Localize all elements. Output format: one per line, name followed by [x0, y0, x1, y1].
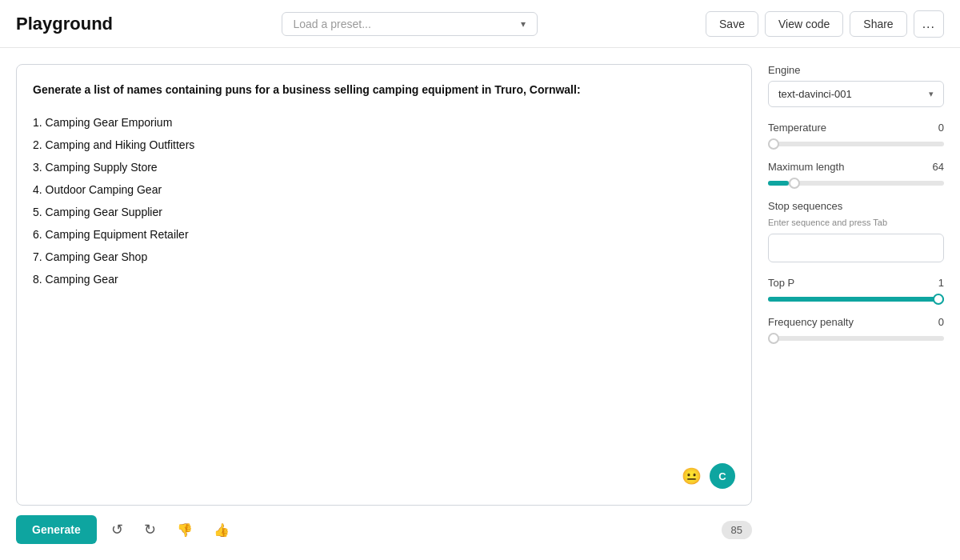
- engine-setting: Engine text-davinci-001 ▾: [768, 64, 944, 107]
- thumbs-up-icon: 👍: [214, 523, 230, 537]
- undo-button[interactable]: ↺: [105, 516, 130, 543]
- refresh-icon: ↻: [144, 522, 156, 538]
- temperature-label: Temperature: [768, 122, 826, 134]
- temperature-slider[interactable]: [768, 142, 944, 146]
- refresh-button[interactable]: ↻: [138, 516, 162, 543]
- list-item: 2. Camping and Hiking Outfitters: [33, 134, 735, 156]
- more-button[interactable]: ...: [914, 10, 944, 38]
- max-length-label: Maximum length: [768, 161, 844, 173]
- copy-icon: C: [718, 470, 726, 482]
- main-layout: Generate a list of names containing puns…: [0, 48, 960, 560]
- freq-penalty-value: 0: [938, 316, 944, 328]
- temperature-value: 0: [938, 122, 944, 134]
- text-editor[interactable]: Generate a list of names containing puns…: [16, 64, 752, 506]
- stop-sequences-label: Stop sequences: [768, 200, 944, 212]
- list-item: 4. Outdoor Camping Gear: [33, 178, 735, 201]
- page-title: Playground: [16, 14, 113, 34]
- engine-dropdown[interactable]: text-davinci-001 ▾: [768, 81, 944, 107]
- stop-sequences-setting: Stop sequences Enter sequence and press …: [768, 200, 944, 262]
- list-item: 8. Camping Gear: [33, 268, 735, 290]
- temperature-row: Temperature 0: [768, 122, 944, 134]
- text-area-footer: 😐 C: [33, 457, 735, 489]
- list-items: 1. Camping Gear Emporium2. Camping and H…: [33, 111, 735, 290]
- copy-button[interactable]: C: [710, 463, 735, 489]
- frequency-penalty-setting: Frequency penalty 0: [768, 316, 944, 341]
- top-p-value: 1: [938, 277, 944, 289]
- emoji-button[interactable]: 😐: [682, 466, 702, 486]
- header-actions: Save View code Share ...: [706, 10, 944, 38]
- thumbs-down-icon: 👎: [177, 523, 193, 537]
- share-button[interactable]: Share: [850, 11, 906, 37]
- top-p-label: Top P: [768, 277, 794, 289]
- engine-chevron-icon: ▾: [929, 89, 934, 99]
- stop-sequences-input[interactable]: [768, 234, 944, 262]
- undo-icon: ↺: [111, 522, 123, 538]
- prompt-bold: Generate a list of names containing puns…: [33, 83, 581, 96]
- stop-sequences-hint: Enter sequence and press Tab: [768, 217, 944, 229]
- engine-value: text-davinci-001: [778, 88, 852, 100]
- max-length-value: 64: [933, 161, 944, 173]
- chevron-down-icon: ▾: [521, 18, 526, 30]
- freq-penalty-slider[interactable]: [768, 336, 944, 341]
- list-item: 3. Camping Supply Store: [33, 156, 735, 178]
- preset-placeholder: Load a preset...: [294, 18, 371, 30]
- view-code-button[interactable]: View code: [765, 11, 843, 37]
- freq-penalty-row: Frequency penalty 0: [768, 316, 944, 328]
- max-length-setting: Maximum length 64: [768, 161, 944, 186]
- list-item: 6. Camping Equipment Retailer: [33, 223, 735, 246]
- max-length-row: Maximum length 64: [768, 161, 944, 173]
- top-p-slider[interactable]: [768, 297, 944, 302]
- list-item: 7. Camping Gear Shop: [33, 246, 735, 268]
- top-p-setting: Top P 1: [768, 277, 944, 302]
- list-item: 1. Camping Gear Emporium: [33, 111, 735, 134]
- char-count: 85: [722, 521, 752, 539]
- engine-label: Engine: [768, 64, 944, 76]
- generate-button[interactable]: Generate: [16, 515, 97, 544]
- top-p-row: Top P 1: [768, 277, 944, 289]
- prompt-text: Generate a list of names containing puns…: [33, 81, 735, 98]
- thumbs-down-button[interactable]: 👎: [170, 517, 199, 543]
- right-panel: Engine text-davinci-001 ▾ Temperature 0 …: [768, 64, 944, 544]
- header-center: Load a preset... ▾: [122, 12, 696, 36]
- freq-penalty-label: Frequency penalty: [768, 316, 854, 328]
- header: Playground Load a preset... ▾ Save View …: [0, 0, 960, 48]
- preset-dropdown[interactable]: Load a preset... ▾: [282, 12, 538, 36]
- left-panel: Generate a list of names containing puns…: [16, 64, 752, 544]
- temperature-setting: Temperature 0: [768, 122, 944, 146]
- bottom-toolbar: Generate ↺ ↻ 👎 👍 85: [16, 515, 752, 544]
- thumbs-up-button[interactable]: 👍: [207, 517, 236, 543]
- save-button[interactable]: Save: [706, 11, 758, 37]
- max-length-slider[interactable]: [768, 181, 944, 186]
- list-item: 5. Camping Gear Supplier: [33, 201, 735, 223]
